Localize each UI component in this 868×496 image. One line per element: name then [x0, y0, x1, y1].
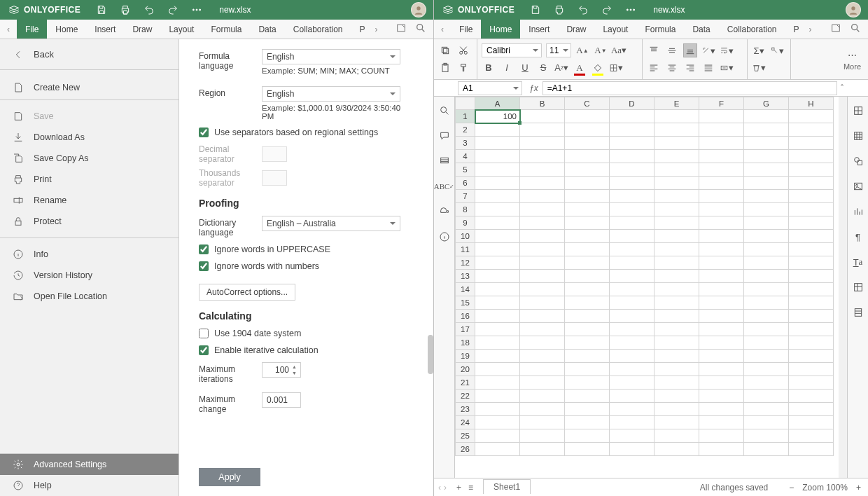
cell[interactable]: [699, 137, 744, 150]
cell[interactable]: [610, 390, 654, 403]
col-header[interactable]: D: [610, 97, 654, 110]
cell[interactable]: [699, 363, 744, 376]
save-icon[interactable]: [94, 3, 108, 17]
cell[interactable]: [565, 203, 610, 216]
cell[interactable]: [789, 390, 834, 403]
cell[interactable]: [520, 177, 565, 190]
cell[interactable]: [610, 190, 654, 203]
textart-settings-icon[interactable]: Ta: [851, 255, 865, 269]
cell[interactable]: [789, 177, 834, 190]
back-button[interactable]: Back: [0, 39, 178, 70]
redo-icon[interactable]: [600, 3, 614, 17]
cell[interactable]: [744, 216, 789, 230]
col-header[interactable]: B: [520, 97, 565, 110]
add-sheet-icon[interactable]: +: [456, 483, 461, 492]
sidebar-save-copy-as[interactable]: Save Copy As: [0, 148, 178, 169]
cell[interactable]: [654, 123, 699, 137]
cell[interactable]: [565, 177, 610, 190]
cell[interactable]: [654, 243, 699, 256]
formula-language-select[interactable]: English: [262, 49, 400, 64]
search-icon[interactable]: [850, 22, 861, 36]
cell[interactable]: [520, 310, 565, 323]
redo-icon[interactable]: [166, 3, 180, 17]
cell[interactable]: [520, 323, 565, 336]
select-all-corner[interactable]: [456, 97, 475, 110]
cell[interactable]: [565, 429, 610, 443]
cell[interactable]: [699, 270, 744, 283]
copy-icon[interactable]: [438, 43, 452, 57]
cell[interactable]: [654, 283, 699, 296]
col-header[interactable]: F: [699, 97, 744, 110]
cell[interactable]: [520, 123, 565, 137]
enable-iterative-checkbox[interactable]: Enable iterative calculation: [199, 345, 414, 355]
cell[interactable]: [610, 336, 654, 350]
sidebar-help[interactable]: Help: [0, 475, 178, 496]
cell[interactable]: [789, 256, 834, 270]
table-settings-icon[interactable]: [851, 129, 865, 143]
open-file-icon[interactable]: [396, 22, 407, 36]
cell[interactable]: [699, 310, 744, 323]
cell[interactable]: [610, 203, 654, 216]
cell[interactable]: [565, 163, 610, 177]
user-avatar[interactable]: [411, 2, 426, 18]
cell[interactable]: [789, 376, 834, 390]
col-header[interactable]: G: [744, 97, 789, 110]
font-name-select[interactable]: Calibri: [482, 43, 542, 57]
cell[interactable]: [520, 203, 565, 216]
cell[interactable]: [520, 190, 565, 203]
cell[interactable]: [565, 137, 610, 150]
cell[interactable]: [699, 443, 744, 456]
cell[interactable]: [475, 256, 520, 270]
comments-icon[interactable]: [438, 129, 451, 143]
col-header[interactable]: C: [565, 97, 610, 110]
cell[interactable]: [699, 123, 744, 137]
more-icon[interactable]: [190, 3, 204, 17]
row-header[interactable]: 23: [456, 403, 475, 416]
cell[interactable]: [654, 230, 699, 243]
cell[interactable]: [610, 296, 654, 310]
menu-insert[interactable]: Insert: [86, 20, 124, 39]
cell[interactable]: [789, 403, 834, 416]
menu-nav-right-icon[interactable]: ›: [368, 20, 385, 39]
cell[interactable]: [520, 363, 565, 376]
cell[interactable]: [654, 443, 699, 456]
merge-cells-icon[interactable]: ▾: [720, 61, 734, 75]
cell[interactable]: [789, 203, 834, 216]
row-header[interactable]: 18: [456, 336, 475, 350]
use-1904-checkbox[interactable]: Use 1904 date system: [199, 329, 414, 338]
search-icon[interactable]: [438, 104, 451, 118]
row-header[interactable]: 5: [456, 163, 475, 177]
cell[interactable]: [520, 429, 565, 443]
cell[interactable]: [699, 243, 744, 256]
row-header[interactable]: 11: [456, 243, 475, 256]
spellcheck-icon[interactable]: ABC✓: [438, 179, 451, 193]
slicer-settings-icon[interactable]: [851, 305, 865, 319]
cell[interactable]: [475, 416, 520, 429]
menu-file[interactable]: File: [451, 20, 481, 39]
cell[interactable]: [610, 137, 654, 150]
cell[interactable]: [520, 350, 565, 363]
cell[interactable]: [789, 110, 834, 123]
col-header[interactable]: H: [789, 97, 834, 110]
cell[interactable]: [699, 283, 744, 296]
sheet-prev-icon[interactable]: ‹: [438, 483, 441, 492]
wrap-text-icon[interactable]: ▾: [720, 43, 734, 57]
cell[interactable]: [744, 390, 789, 403]
row-header[interactable]: 3: [456, 137, 475, 150]
cell[interactable]: [654, 163, 699, 177]
cell[interactable]: [475, 270, 520, 283]
cell[interactable]: [654, 110, 699, 123]
cell[interactable]: [610, 230, 654, 243]
menu-more[interactable]: P: [785, 20, 802, 39]
chart-settings-icon[interactable]: [851, 205, 865, 219]
cell[interactable]: [699, 256, 744, 270]
cell[interactable]: [789, 216, 834, 230]
align-left-icon[interactable]: [647, 61, 661, 75]
cell[interactable]: [610, 216, 654, 230]
cell[interactable]: [565, 216, 610, 230]
max-iterations-input[interactable]: 100▲▼: [262, 362, 301, 378]
print-icon[interactable]: [118, 3, 132, 17]
cell[interactable]: [610, 350, 654, 363]
cell[interactable]: [520, 296, 565, 310]
cell[interactable]: [699, 403, 744, 416]
